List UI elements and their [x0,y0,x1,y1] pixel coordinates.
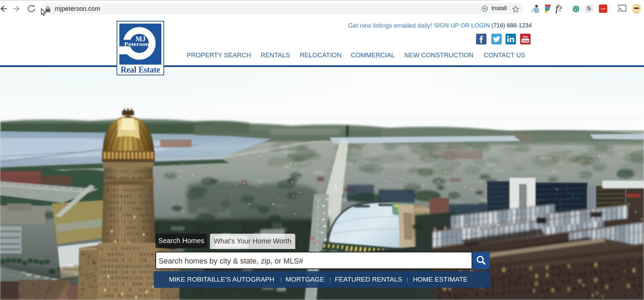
svg-text:Peterson: Peterson [124,41,149,47]
svg-text:You: You [523,35,528,39]
svg-text:Real Estate: Real Estate [121,65,160,75]
svg-text:Tube: Tube [522,39,529,43]
